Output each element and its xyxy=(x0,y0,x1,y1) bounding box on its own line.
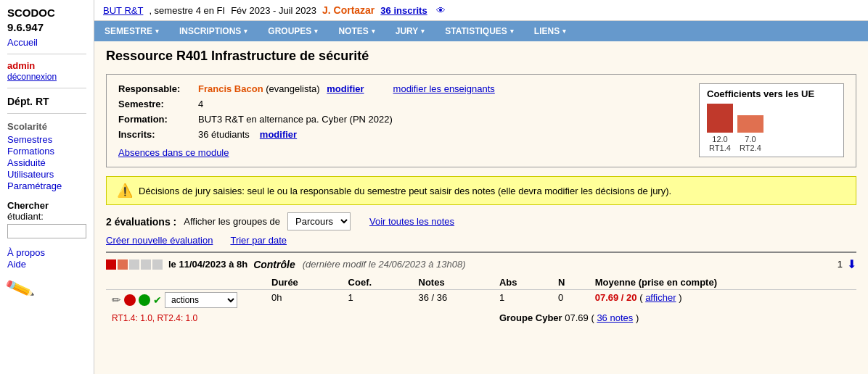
color-box-2 xyxy=(118,259,128,270)
nav-item-statistiques[interactable]: STATISTIQUES ▾ xyxy=(435,21,524,41)
sidebar-item-assiduite[interactable]: Assiduité xyxy=(7,157,86,168)
sidebar-accueil-link[interactable]: Accueil xyxy=(7,37,38,48)
page-title: Ressource R401 Infrastructure de sécurit… xyxy=(106,49,856,64)
action-links-row: Créer nouvelle évaluation Trier par date xyxy=(106,235,856,246)
warning-text: Décisions de jury saisies: seul le ou la… xyxy=(139,186,671,196)
color-box-5 xyxy=(152,259,163,270)
sidebar-item-parametrage[interactable]: Paramétrage xyxy=(7,180,86,191)
sidebar-item-utilisateurs[interactable]: Utilisateurs xyxy=(7,169,86,180)
sidebar-aide-link[interactable]: Aide xyxy=(7,259,86,270)
inscrits-row: Inscrits: 36 étudiants modifier xyxy=(118,129,495,140)
eval-data-row: ✏ ✔ actions 0h 1 36 / 36 xyxy=(106,290,856,311)
voir-notes-link[interactable]: Voir toutes les notes xyxy=(369,216,454,227)
groupe-moyenne-value: 07.69 xyxy=(565,312,589,323)
th-coef: Coef. xyxy=(343,275,413,290)
content-area: Ressource R401 Infrastructure de sécurit… xyxy=(94,41,868,374)
eval-coef: 1 xyxy=(343,290,413,311)
eval-duree: 0h xyxy=(266,290,343,311)
absences-link[interactable]: Absences dans ce module xyxy=(118,147,229,158)
nav-item-groupes[interactable]: GROUPES ▾ xyxy=(258,21,328,41)
actions-select[interactable]: actions xyxy=(165,292,237,308)
chevron-down-icon: ▾ xyxy=(314,28,318,35)
moyenne-value: 07.69 / 20 xyxy=(595,292,637,303)
eval-n: 0 xyxy=(552,290,589,311)
eval-modif: (dernière modif le 24/06/2023 à 13h08) xyxy=(303,259,466,270)
sidebar-apropos-link[interactable]: À propos xyxy=(7,247,86,258)
topbar-instructor: J. Cortazar xyxy=(322,4,374,16)
chevron-down-icon: ▾ xyxy=(421,28,425,35)
coeff-bar-rt14-bar xyxy=(707,104,733,133)
semestre-row: Semestre: 4 xyxy=(118,99,495,109)
nav-item-semestre[interactable]: SEMESTRE ▾ xyxy=(94,21,169,41)
red-circle-icon xyxy=(124,294,136,306)
eval-group-select[interactable]: Parcours Groupe TD TP xyxy=(287,212,351,230)
modifier-inscrits-link[interactable]: modifier xyxy=(260,129,297,140)
eval-icons-cell: ✏ ✔ actions xyxy=(106,290,266,311)
responsable-login-text: (evangelista) xyxy=(266,83,319,94)
groupe-notes-link[interactable]: 36 notes xyxy=(597,312,633,323)
sidebar-etudiant-label: étudiant: xyxy=(7,211,44,222)
warning-banner: ⚠️ Décisions de jury saisies: seul le ou… xyxy=(106,176,856,205)
sidebar-admin-label: admin xyxy=(7,60,86,71)
formation-label: Formation: xyxy=(118,114,198,125)
sidebar-chercher-label: Chercher xyxy=(7,200,86,211)
close-paren2: ) xyxy=(636,312,639,323)
open-paren: ( xyxy=(639,292,642,303)
nav-item-liens[interactable]: LIENS ▾ xyxy=(524,21,576,41)
creer-eval-link[interactable]: Créer nouvelle évaluation xyxy=(106,235,213,246)
sidebar-item-semestres[interactable]: Semestres xyxy=(7,134,86,145)
edit-icon[interactable]: ✏ xyxy=(112,294,121,307)
sidebar-search-section: Chercher étudiant: xyxy=(7,200,86,238)
th-abs: Abs xyxy=(494,275,552,290)
topbar-inscrits[interactable]: 36 inscrits xyxy=(380,5,427,16)
sidebar-item-formations[interactable]: Formations xyxy=(7,146,86,157)
chevron-down-icon: ▾ xyxy=(244,28,247,35)
nav-menu: SEMESTRE ▾ INSCRIPTIONS ▾ GROUPES ▾ NOTE… xyxy=(94,21,868,41)
formation-row: Formation: BUT3 R&T en alternance pa. Cy… xyxy=(118,114,495,125)
warning-icon: ⚠️ xyxy=(117,183,133,199)
ue-coefs: RT1.4: 1.0, RT2.4: 1.0 xyxy=(112,313,197,323)
topbar-semester-info: , semestre 4 en FI xyxy=(149,5,225,16)
chevron-down-icon: ▾ xyxy=(562,28,566,35)
topbar-date-range: Fév 2023 - Juil 2023 xyxy=(231,5,316,16)
semestre-label: Semestre: xyxy=(118,99,198,109)
th-notes: Notes xyxy=(413,275,494,290)
chevron-down-icon: ▾ xyxy=(510,28,514,35)
topbar-breadcrumb-link[interactable]: BUT R&T xyxy=(103,5,143,16)
th-actions xyxy=(106,275,266,290)
sidebar-search-input[interactable] xyxy=(7,224,86,238)
nav-item-jury[interactable]: JURY ▾ xyxy=(385,21,435,41)
inscrits-value: 36 étudiants xyxy=(198,129,250,140)
color-box-1 xyxy=(106,259,116,270)
eval-expand-arrow[interactable]: ⬇ xyxy=(847,257,856,271)
nav-item-notes[interactable]: NOTES ▾ xyxy=(328,21,385,41)
trier-date-link[interactable]: Trier par date xyxy=(230,235,287,246)
sidebar: SCODOC 9.6.947 Accueil admin déconnexion… xyxy=(0,0,94,374)
color-box-3 xyxy=(129,259,139,270)
sidebar-pencil-logo: ✏️ xyxy=(7,277,86,301)
chevron-down-icon: ▾ xyxy=(155,28,159,35)
coeff-title: Coefficients vers les UE xyxy=(707,88,836,99)
coeff-bar-rt14: 12.0RT1.4 xyxy=(707,104,733,152)
coeff-bar-rt24: 7.0RT2.4 xyxy=(737,115,763,152)
sidebar-scolarite-title: Scolarité xyxy=(7,121,86,132)
afficher-link[interactable]: afficher xyxy=(645,292,676,303)
eval-date: le 11/04/2023 à 8h xyxy=(168,259,247,270)
sidebar-deconnexion-link[interactable]: déconnexion xyxy=(7,72,57,82)
eval-count-label: 2 évaluations : xyxy=(106,216,176,228)
nav-item-inscriptions[interactable]: INSCRIPTIONS ▾ xyxy=(169,21,258,41)
eval-color-boxes xyxy=(106,259,163,270)
formation-value: BUT3 R&T en alternance pa. Cyber (PN 202… xyxy=(198,114,393,125)
th-moyenne: Moyenne (prise en compte) xyxy=(589,275,856,290)
open-paren2: ( xyxy=(591,312,594,323)
modifier-responsable-link[interactable]: modifier xyxy=(327,83,364,94)
eval-num: 1 xyxy=(838,259,843,270)
eval-ue-row: RT1.4: 1.0, RT2.4: 1.0 Groupe Cyber 07.6… xyxy=(106,310,856,325)
sidebar-apropos-section: À propos Aide xyxy=(7,247,86,270)
app-logo: SCODOC 9.6.947 xyxy=(7,6,86,34)
eval-group-label: Afficher les groupes de xyxy=(184,216,280,227)
modifier-enseignants-link[interactable]: modifier les enseignants xyxy=(393,83,495,94)
check-icon[interactable]: ✔ xyxy=(153,294,162,306)
th-n: N xyxy=(552,275,589,290)
eval-notes: 36 / 36 xyxy=(413,290,494,311)
